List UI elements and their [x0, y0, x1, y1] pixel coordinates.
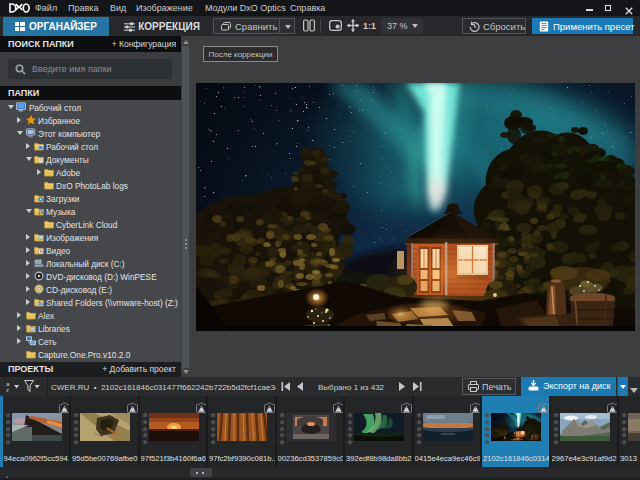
svg-text:z: z [6, 387, 9, 393]
